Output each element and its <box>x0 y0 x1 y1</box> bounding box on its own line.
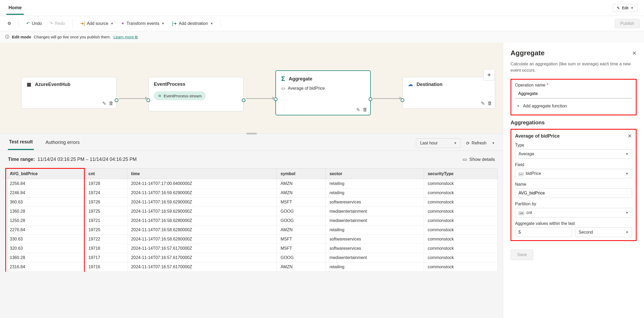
node-aggregate[interactable]: ΣAggregate ▭Average of bidPrice ✎🗑 <box>275 70 371 115</box>
show-details-button[interactable]: ▭Show details <box>463 157 495 162</box>
pencil-icon[interactable]: ✎ <box>481 101 485 106</box>
pencil-icon: ✎ <box>617 6 620 10</box>
publish-button[interactable]: Publish <box>615 19 640 28</box>
table-row[interactable]: 2316.84197162024-11-14T07:16:57.6170000Z… <box>6 262 498 272</box>
node-process[interactable]: EventProcess ≋EventProcess-stream <box>148 77 244 111</box>
table-row[interactable]: 330.63197222024-11-14T07:16:58.6280000ZM… <box>6 235 498 244</box>
pencil-icon[interactable]: ✎ <box>102 101 106 106</box>
tab-test-result[interactable]: Test result <box>8 139 34 150</box>
flow-canvas[interactable]: ▦AzureEventHub ✎🗑 EventProcess ≋EventPro… <box>0 43 503 134</box>
tab-authoring-errors[interactable]: Authoring errors <box>44 140 81 149</box>
trash-icon[interactable]: 🗑 <box>363 107 368 113</box>
sigma-icon: Σ <box>281 75 285 83</box>
undo-button[interactable]: ↶Undo <box>23 19 45 28</box>
table-row[interactable]: 2276.84197202024-11-14T07:16:58.6280000Z… <box>6 225 498 235</box>
add-aggregate-function-button[interactable]: ＋Add aggregate function <box>515 101 632 111</box>
aggregation-config: Average of bidPrice ✕ Type Average▼ Fiel… <box>511 129 637 241</box>
number-type-icon: 123 <box>518 211 524 215</box>
chevron-down-icon: ▼ <box>625 152 629 156</box>
edit-label: Edit <box>622 6 628 10</box>
operation-name-section: Operation name * ＋Add aggregate function <box>511 79 637 115</box>
close-icon[interactable]: ✕ <box>632 50 637 56</box>
destination-icon: [➜ <box>172 21 177 26</box>
chevron-down-icon[interactable]: ▼ <box>492 141 495 145</box>
remove-aggregation-icon[interactable]: ✕ <box>628 133 632 139</box>
chevron-down-icon: ▼ <box>210 22 213 25</box>
field-select[interactable]: 1.1 bidPrice▼ <box>515 169 632 178</box>
col-header[interactable]: AVG_bidPrice <box>6 169 84 179</box>
redo-icon: ↷ <box>49 21 53 26</box>
chevron-down-icon: ▼ <box>630 6 634 10</box>
chevron-down-icon: ▼ <box>110 22 114 25</box>
table-row[interactable]: 1360.28197252024-11-14T07:16:59.6290000Z… <box>6 207 498 216</box>
number-type-icon: 1.1 <box>518 172 524 176</box>
transform-events-button[interactable]: ✦Transform events▼ <box>118 19 168 28</box>
redo-button[interactable]: ↷Redo <box>46 19 68 28</box>
col-header[interactable]: symbol <box>277 169 326 179</box>
add-destination-button[interactable]: [➜Add destination▼ <box>169 19 217 28</box>
col-header[interactable]: securityType <box>424 169 498 179</box>
refresh-icon: ⟳ <box>466 141 469 146</box>
type-select[interactable]: Average▼ <box>515 149 632 159</box>
output-icon: ▭ <box>281 86 285 91</box>
results-table: AVG_bidPricecnttimesymbolsectorsecurityT… <box>5 168 498 272</box>
details-icon: ▭ <box>463 157 467 162</box>
col-header[interactable]: time <box>127 169 277 179</box>
time-range-value: 11/14/24 03:16:25 PM – 11/14/24 04:16:25… <box>38 157 137 162</box>
node-source[interactable]: ▦AzureEventHub ✎🗑 <box>21 77 117 109</box>
chevron-down-icon: ▼ <box>625 211 629 215</box>
stream-chip[interactable]: ≋EventProcess-stream <box>154 91 206 100</box>
col-header[interactable]: sector <box>326 169 424 179</box>
panel-description: Calculate an aggregation (like sum or av… <box>511 61 637 74</box>
operation-name-input[interactable] <box>515 89 632 98</box>
info-icon: ⓘ <box>5 34 9 39</box>
chevron-down-icon: ▼ <box>625 172 629 175</box>
transform-icon: ✦ <box>121 21 124 26</box>
undo-icon: ↶ <box>26 21 30 26</box>
window-unit-select[interactable]: Second▼ <box>575 228 632 237</box>
info-bar: ⓘ Edit mode Changes will go live once yo… <box>0 31 644 43</box>
trash-icon[interactable]: 🗑 <box>109 101 114 106</box>
window-value-input[interactable] <box>515 228 572 237</box>
time-range-label: Time range: <box>8 157 35 162</box>
aggregations-header: Aggregations <box>511 120 637 126</box>
chevron-down-icon: ▼ <box>625 230 629 234</box>
table-row[interactable]: 2246.84197242024-11-14T07:16:59.6290000Z… <box>6 188 498 198</box>
chevron-down-icon: ▼ <box>162 22 165 25</box>
table-row[interactable]: 1250.28197212024-11-14T07:16:58.6280000Z… <box>6 216 498 225</box>
resize-handle[interactable] <box>246 133 257 134</box>
partition-select[interactable]: 123 cnt▼ <box>515 208 632 217</box>
node-destination[interactable]: ☁Destination ✎🗑 <box>402 77 495 109</box>
refresh-button[interactable]: ⟳Refresh <box>466 141 486 146</box>
edit-button[interactable]: ✎ Edit ▼ <box>613 4 638 12</box>
save-button[interactable]: Save <box>511 249 533 260</box>
panel-title: Aggregate <box>511 49 545 57</box>
gear-icon: ⚙ <box>7 21 11 26</box>
pencil-icon[interactable]: ✎ <box>356 107 360 113</box>
side-panel: Aggregate ✕ Calculate an aggregation (li… <box>503 43 644 318</box>
name-input[interactable] <box>515 188 632 198</box>
learn-more-link[interactable]: Learn more ⧉ <box>114 35 138 39</box>
tab-home[interactable]: Home <box>6 1 24 15</box>
time-select[interactable]: Last hour▼ <box>416 138 461 148</box>
table-row[interactable]: 2256.84197282024-11-14T07:17:00.6400000Z… <box>6 179 498 188</box>
eventhub-icon: ▦ <box>27 81 31 87</box>
trash-icon[interactable]: 🗑 <box>488 101 492 106</box>
table-row[interactable]: 320.63197182024-11-14T07:16:57.6170000ZM… <box>6 244 498 253</box>
plus-icon: + <box>487 71 491 79</box>
settings-button[interactable]: ⚙ <box>4 19 14 28</box>
stream-icon: ≋ <box>158 93 162 98</box>
cloud-icon: ☁ <box>408 81 413 87</box>
col-header[interactable]: cnt <box>84 169 127 179</box>
source-icon: ➜] <box>80 21 85 26</box>
table-row[interactable]: 1360.28197172024-11-14T07:16:57.6170000Z… <box>6 253 498 262</box>
add-source-button[interactable]: ➜]Add source▼ <box>77 19 117 28</box>
table-row[interactable]: 360.63197262024-11-14T07:16:59.6290000ZM… <box>6 198 498 207</box>
chevron-down-icon: ▼ <box>454 141 457 145</box>
plus-icon: ＋ <box>516 103 520 109</box>
aggregation-title: Average of bidPrice <box>515 133 560 139</box>
add-node-button[interactable]: + <box>483 69 495 81</box>
